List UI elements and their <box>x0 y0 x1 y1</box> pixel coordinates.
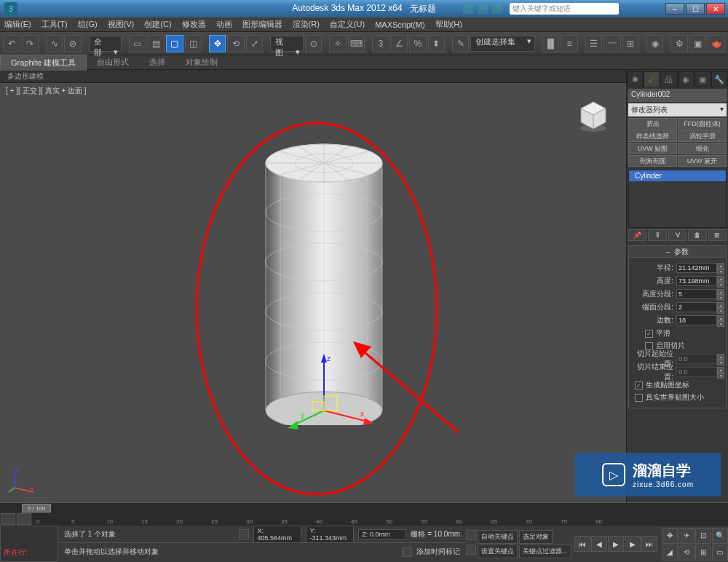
close-button[interactable]: ✕ <box>706 3 725 15</box>
smooth-checkbox[interactable]: ✓平滑 <box>645 328 724 339</box>
menu-modifiers[interactable]: 修改器 <box>182 19 206 30</box>
play-icon[interactable]: ▶ <box>608 536 624 552</box>
menu-help[interactable]: 帮助(H) <box>435 19 462 30</box>
time-ruler[interactable]: 05101520253035404550556065707580 <box>32 512 728 526</box>
angle-snap-icon[interactable]: ∠ <box>391 35 408 52</box>
pan-icon[interactable]: ✥ <box>662 528 678 544</box>
key-lock-icon[interactable] <box>466 530 476 540</box>
next-frame-icon[interactable]: ▶ <box>625 536 641 552</box>
coord-y-input[interactable]: Y: -311.343mm <box>306 526 354 543</box>
align-icon[interactable]: ≡ <box>561 35 578 52</box>
mod-button-slice[interactable]: 剖角剖面 <box>628 155 677 167</box>
prev-frame-icon[interactable]: ◀ <box>591 536 607 552</box>
mod-button-unwrap[interactable]: UVW 展开 <box>678 155 727 167</box>
gen-mapping-checkbox[interactable]: ✓生成贴图坐标 <box>635 380 724 390</box>
spinner-icon[interactable]: ▴▾ <box>717 289 724 299</box>
pin-stack-icon[interactable]: 📌 <box>628 229 646 241</box>
create-tab-icon[interactable]: ✺ <box>627 71 644 87</box>
menu-create[interactable]: 创建(C) <box>144 19 171 30</box>
menu-view[interactable]: 视图(V) <box>108 19 135 30</box>
layers-icon[interactable]: ☰ <box>585 35 603 52</box>
modify-tab-icon[interactable]: ☄ <box>644 71 660 87</box>
unlink-icon[interactable]: ⊘ <box>64 35 82 52</box>
viewcube-icon[interactable] <box>575 98 612 134</box>
trackbar-toggle-icon[interactable] <box>1 513 15 525</box>
select-region-icon[interactable]: ▢ <box>166 35 183 52</box>
key-target-select[interactable]: 选定对象 <box>519 530 553 544</box>
zoom-icon[interactable]: 🔍 <box>712 528 728 544</box>
schematic-icon[interactable]: ⊞ <box>622 35 640 52</box>
height-input[interactable]: 73.198mm <box>676 276 717 286</box>
selection-filter-select[interactable]: 全部 <box>89 36 122 52</box>
height-segs-input[interactable]: 5 <box>676 289 717 299</box>
mirror-icon[interactable]: ▐▌ <box>542 35 560 52</box>
curve-editor-icon[interactable]: 〰 <box>604 35 621 52</box>
keyboard-shortcut-icon[interactable]: ⌨ <box>348 35 365 52</box>
link-icon[interactable]: ∿ <box>46 35 63 52</box>
script-listener[interactable]: 所在行: <box>0 526 58 562</box>
cap-segs-input[interactable]: 2 <box>676 302 717 312</box>
goto-start-icon[interactable]: ⏮ <box>574 536 590 552</box>
ribbon-tab-selection[interactable]: 选择 <box>139 55 175 70</box>
rotate-icon[interactable]: ⟲ <box>227 35 245 52</box>
ref-coord-select[interactable]: 视图 <box>270 36 304 52</box>
spinner-icon[interactable]: ▴▾ <box>717 315 724 325</box>
named-selection-select[interactable]: 创建选择集 <box>470 36 535 52</box>
viewport-label[interactable]: [ + ][ 正交 ][ 真实 + 边面 ] <box>6 86 87 96</box>
walk-icon[interactable]: ✈ <box>678 528 695 544</box>
qat-icon[interactable] <box>478 4 488 14</box>
mod-button-tessellate[interactable]: 细化 <box>678 143 727 154</box>
stack-item-cylinder[interactable]: Cylinder <box>629 170 726 181</box>
time-slider[interactable]: 0 / 100 <box>0 502 728 512</box>
menu-render[interactable]: 渲染(R) <box>293 19 320 30</box>
minimize-button[interactable]: – <box>665 3 684 15</box>
mod-button-spline[interactable]: 样条线选择 <box>628 130 677 142</box>
help-search-input[interactable]: 键入关键字或短语 <box>510 3 619 15</box>
menu-edit[interactable]: 编辑(E) <box>4 19 31 30</box>
qat-icon[interactable] <box>492 4 502 14</box>
time-tag-icon[interactable] <box>402 547 412 557</box>
move-icon[interactable]: ✥ <box>209 35 226 52</box>
undo-icon[interactable]: ↶ <box>3 35 20 52</box>
percent-snap-icon[interactable]: % <box>409 35 427 52</box>
render-icon[interactable]: 🫖 <box>708 35 725 52</box>
window-crossing-icon[interactable]: ◫ <box>185 35 202 52</box>
lock-selection-icon[interactable] <box>239 529 249 539</box>
render-frame-icon[interactable]: ▣ <box>689 35 707 52</box>
mod-button-ffd[interactable]: FFD(圆柱体) <box>678 118 727 130</box>
ribbon-tab-modeling[interactable]: Graphite 建模工具 <box>0 55 87 71</box>
sides-input[interactable]: 18 <box>676 315 717 325</box>
pivot-icon[interactable]: ⊙ <box>305 35 323 52</box>
orbit-icon[interactable]: ⟲ <box>678 545 695 561</box>
menu-maxscript[interactable]: MAXScript(M) <box>375 20 424 29</box>
setkey-button[interactable]: 设置关键点 <box>478 545 518 558</box>
mod-button-uvwmap[interactable]: UVW 贴图 <box>628 143 677 154</box>
maximize-button[interactable]: ☐ <box>686 3 705 15</box>
qat-icon[interactable] <box>463 4 473 14</box>
radius-input[interactable]: 21.142mm <box>676 263 717 273</box>
spinner-icon[interactable]: ▴▾ <box>717 302 724 312</box>
menu-graph-editors[interactable]: 图形编辑器 <box>242 19 282 30</box>
move-gizmo-icon[interactable]: z x y <box>288 352 375 440</box>
spinner-snap-icon[interactable]: ⬍ <box>428 35 446 52</box>
redo-icon[interactable]: ↷ <box>22 35 39 52</box>
unique-icon[interactable]: ∀ <box>668 229 687 241</box>
spinner-icon[interactable]: ▴▾ <box>717 263 724 273</box>
max-viewport-icon[interactable]: ⊞ <box>695 545 711 561</box>
motion-tab-icon[interactable]: ◉ <box>678 71 695 87</box>
display-tab-icon[interactable]: ▣ <box>695 71 711 87</box>
menu-customize[interactable]: 自定义(U) <box>330 19 365 30</box>
key-filter-button[interactable]: 关键点过滤器... <box>519 545 571 558</box>
utilities-tab-icon[interactable]: 🔧 <box>711 71 728 87</box>
scale-icon[interactable]: ⤢ <box>246 35 264 52</box>
select-name-icon[interactable]: ▤ <box>148 35 165 52</box>
realworld-checkbox[interactable]: 真实世界贴图大小 <box>635 392 724 403</box>
named-selection-icon[interactable]: ✎ <box>452 35 470 52</box>
remove-mod-icon[interactable]: 🗑 <box>688 229 706 241</box>
add-time-tag[interactable]: 添加时间标记 <box>416 547 460 557</box>
time-slider-thumb[interactable]: 0 / 100 <box>22 504 51 512</box>
key-mode-icon[interactable] <box>466 545 476 555</box>
zoom-extents-icon[interactable]: ⊡ <box>695 528 711 544</box>
render-setup-icon[interactable]: ⚙ <box>670 35 688 52</box>
ribbon-tab-paint[interactable]: 对象绘制 <box>175 55 228 70</box>
